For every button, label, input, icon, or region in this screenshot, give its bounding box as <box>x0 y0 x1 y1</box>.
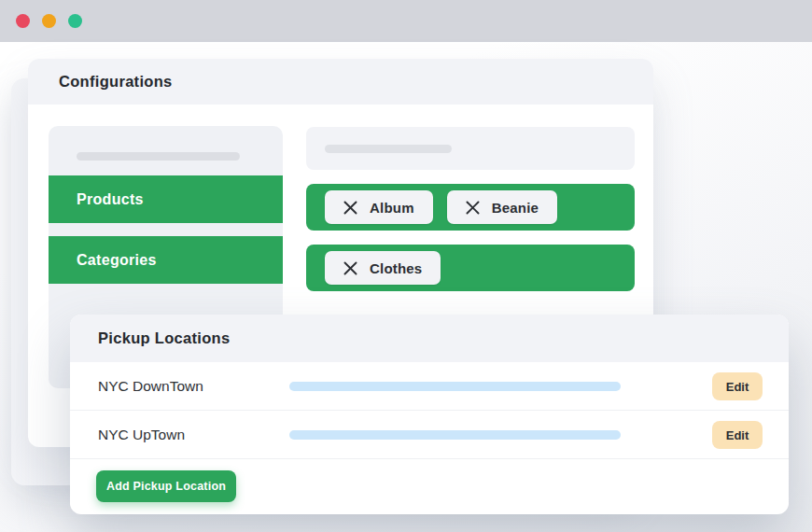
sidebar-skeleton-bar <box>77 152 240 161</box>
filter-placeholder-box <box>306 127 635 170</box>
add-pickup-location-button[interactable]: Add Pickup Location <box>96 470 236 502</box>
sidebar-item-label: Categories <box>77 252 157 269</box>
remove-tag-icon[interactable] <box>466 201 480 215</box>
configurations-header: Configurations <box>28 59 653 105</box>
window-close-dot-icon[interactable] <box>16 14 30 28</box>
sidebar-item-categories[interactable]: Categories <box>49 236 283 284</box>
remove-tag-icon[interactable] <box>343 201 357 215</box>
window-maximize-dot-icon[interactable] <box>68 14 82 28</box>
configurations-title: Configurations <box>59 73 173 91</box>
window-minimize-dot-icon[interactable] <box>42 14 56 28</box>
pickup-locations-card: Pickup Locations NYC DownTown Edit NYC U… <box>70 315 789 514</box>
pickup-locations-header: Pickup Locations <box>70 315 789 362</box>
pickup-location-row: NYC DownTown Edit <box>70 362 789 411</box>
tag-chip-album[interactable]: Album <box>325 190 433 224</box>
pickup-location-row: NYC UpTown Edit <box>70 411 789 459</box>
pickup-location-name: NYC UpTown <box>98 427 185 443</box>
edit-button[interactable]: Edit <box>712 421 763 449</box>
tag-label: Beanie <box>492 200 539 216</box>
filter-skeleton-bar <box>325 145 452 153</box>
remove-tag-icon[interactable] <box>343 261 357 275</box>
tag-chip-clothes[interactable]: Clothes <box>325 251 441 285</box>
categories-tag-bar: Clothes <box>306 245 635 291</box>
sidebar-item-products[interactable]: Products <box>49 175 283 223</box>
edit-button[interactable]: Edit <box>712 372 763 400</box>
pickup-locations-title: Pickup Locations <box>98 329 230 347</box>
pickup-locations-footer: Add Pickup Location <box>70 459 789 513</box>
address-placeholder-bar <box>289 430 621 440</box>
address-placeholder-bar <box>289 382 621 391</box>
tag-label: Album <box>370 200 414 216</box>
tag-label: Clothes <box>370 260 422 276</box>
sidebar-item-label: Products <box>77 191 144 208</box>
products-tag-bar: Album Beanie <box>306 184 635 231</box>
window-title-bar <box>0 0 812 42</box>
tag-chip-beanie[interactable]: Beanie <box>447 190 557 224</box>
pickup-location-name: NYC DownTown <box>98 378 203 395</box>
